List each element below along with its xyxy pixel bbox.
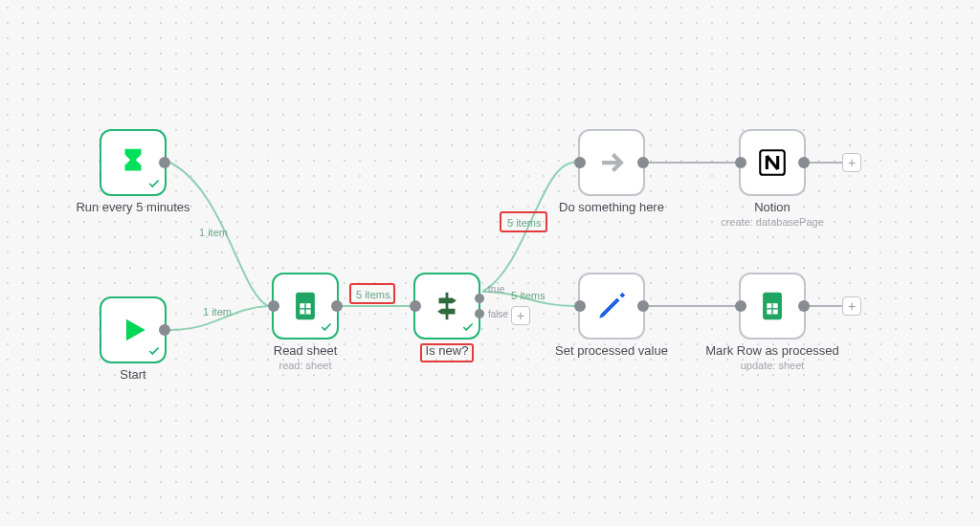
svg-rect-4 xyxy=(446,293,449,319)
node-mark-row[interactable]: Mark Row as processed update: sheet xyxy=(739,273,806,340)
node-title: Run every 5 minutes xyxy=(37,200,229,214)
highlight-box xyxy=(420,343,474,362)
arrow-right-icon xyxy=(595,146,628,179)
node-title: Start xyxy=(37,367,229,382)
port-out[interactable] xyxy=(798,157,810,168)
highlight-box xyxy=(349,283,395,304)
node-subtitle: update: sheet xyxy=(677,360,868,371)
port-out[interactable] xyxy=(331,300,343,312)
branch-label-true: true xyxy=(488,284,504,295)
port-in[interactable] xyxy=(735,157,746,168)
node-caption: Start xyxy=(37,367,229,382)
notion-icon xyxy=(756,146,789,179)
node-subtitle: read: sheet xyxy=(210,360,401,371)
node-subtitle: create: databasePage xyxy=(677,216,868,228)
highlight-box xyxy=(500,211,547,232)
node-do-something[interactable]: Do something here xyxy=(578,129,645,196)
pencil-icon xyxy=(595,290,628,322)
port-out[interactable] xyxy=(637,300,649,312)
node-timer[interactable]: Run every 5 minutes xyxy=(100,129,167,196)
node-is-new[interactable]: Is new? xyxy=(413,273,480,340)
add-node-button[interactable]: + xyxy=(842,296,861,316)
play-icon xyxy=(117,314,149,346)
add-branch-button[interactable]: + xyxy=(511,306,530,325)
sheets-icon xyxy=(289,290,322,322)
node-read-sheet[interactable]: Read sheet read: sheet xyxy=(272,273,339,340)
port-out[interactable] xyxy=(159,324,170,336)
port-in[interactable] xyxy=(574,300,586,312)
port-in[interactable] xyxy=(410,300,421,312)
check-icon xyxy=(320,320,333,334)
sheets-icon xyxy=(756,290,789,322)
add-node-button[interactable]: + xyxy=(842,153,861,172)
node-caption: Notion create: databasePage xyxy=(677,200,868,228)
port-in[interactable] xyxy=(735,300,746,312)
check-icon xyxy=(147,344,161,358)
hourglass-icon xyxy=(117,146,149,179)
port-in[interactable] xyxy=(574,157,586,168)
node-caption: Mark Row as processed update: sheet xyxy=(677,343,868,371)
node-set-processed[interactable]: Set processed value xyxy=(578,273,645,340)
edge-label: 5 items xyxy=(511,290,545,301)
edge-label: 1 item xyxy=(199,227,228,238)
node-title: Mark Row as processed xyxy=(677,343,868,358)
port-out-true[interactable] xyxy=(475,294,484,303)
port-in[interactable] xyxy=(268,300,279,312)
port-out-false[interactable] xyxy=(475,309,484,318)
edges-layer xyxy=(0,0,980,526)
node-notion[interactable]: Notion create: databasePage xyxy=(739,129,806,196)
node-start[interactable]: Start xyxy=(100,296,167,363)
port-out[interactable] xyxy=(159,157,170,168)
port-out[interactable] xyxy=(798,300,810,312)
signpost-icon xyxy=(431,290,463,322)
branch-label-false: false xyxy=(488,309,508,319)
node-caption: Run every 5 minutes xyxy=(37,200,229,214)
workflow-canvas[interactable]: Run every 5 minutes Start Read sheet rea… xyxy=(0,0,980,526)
edge-label: 1 item xyxy=(203,306,232,318)
check-icon xyxy=(147,177,161,190)
node-title: Notion xyxy=(677,200,868,214)
port-out[interactable] xyxy=(637,157,649,168)
check-icon xyxy=(461,320,475,334)
